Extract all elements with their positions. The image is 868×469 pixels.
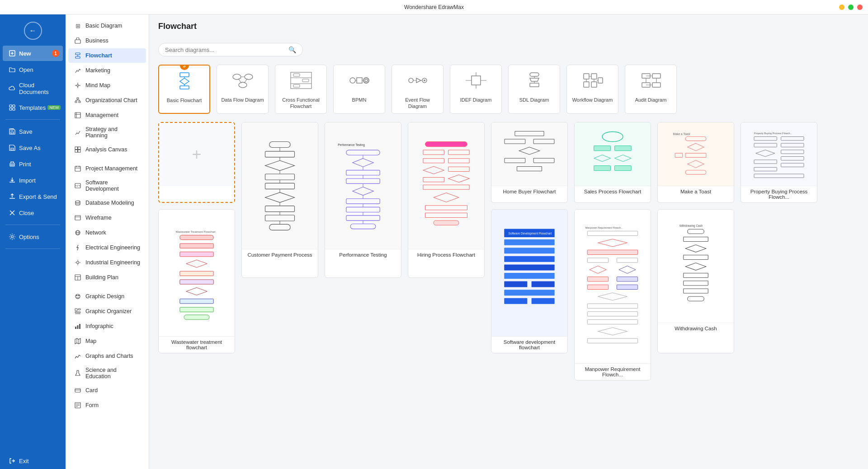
category-database[interactable]: Database Modeling xyxy=(68,196,146,210)
sidebar-item-new[interactable]: New 1 xyxy=(3,46,63,61)
category-map[interactable]: Map xyxy=(68,334,146,348)
make-toast-label: Make a Toast xyxy=(658,186,734,197)
sidebar-item-save[interactable]: Save xyxy=(3,124,63,139)
type-card-cross-functional[interactable]: Cross Functional Flowchart xyxy=(275,65,327,114)
svg-point-79 xyxy=(245,74,253,80)
category-card-label: Card xyxy=(85,387,98,394)
category-graphs[interactable]: Graphs and Charts xyxy=(68,349,146,363)
basic-flowchart-label: Basic Flowchart xyxy=(167,97,202,103)
hiring-process-card[interactable]: Hiring Process Flowchart xyxy=(408,122,485,278)
graphic-design-icon xyxy=(74,292,82,300)
category-science[interactable]: Science and Education xyxy=(68,364,146,383)
svg-rect-201 xyxy=(781,136,804,140)
sidebar-item-open[interactable]: Open xyxy=(3,62,63,77)
type-card-sdl[interactable]: SDL Diagram xyxy=(508,65,560,114)
sidebar-item-cloud[interactable]: Cloud Documents xyxy=(3,78,63,99)
category-flowchart[interactable]: Flowchart xyxy=(68,48,146,63)
category-analysis[interactable]: Analysis Canvas xyxy=(68,142,146,157)
category-industrial[interactable]: Industrial Engineering xyxy=(68,255,146,270)
category-building[interactable]: Building Plan xyxy=(68,270,146,285)
category-graphic-org[interactable]: Graphic Organizer xyxy=(68,304,146,319)
sidebar-item-exit[interactable]: Exit xyxy=(3,453,63,469)
type-card-basic-flowchart[interactable]: 3 Basic Flowchart xyxy=(158,65,210,114)
sales-process-card[interactable]: Sales Process Flowchart xyxy=(574,122,651,203)
type-card-event-flow[interactable]: Event Flow Diagram xyxy=(392,65,443,114)
sidebar-item-options[interactable]: Options xyxy=(3,229,63,244)
svg-rect-184 xyxy=(517,166,542,171)
category-basic-diagram[interactable]: ⊞ Basic Diagram xyxy=(68,19,146,33)
svg-rect-137 xyxy=(269,224,290,230)
sidebar-item-templates[interactable]: Templates NEW xyxy=(3,100,63,115)
type-card-audit[interactable]: Audit Diagram xyxy=(625,65,677,114)
minimize-button[interactable] xyxy=(839,5,844,10)
type-card-workflow[interactable]: Workflow Diagram xyxy=(566,65,618,114)
manpower-img: Manpower Requirement Flowch... xyxy=(575,210,651,363)
category-marketing[interactable]: Marketing xyxy=(68,63,146,78)
svg-rect-203 xyxy=(781,143,804,147)
withdrawing-cash-card[interactable]: Withdrawing Cash Withdrawing Cash xyxy=(657,209,734,353)
category-infographic[interactable]: Infographic xyxy=(68,319,146,333)
svg-point-19 xyxy=(77,84,79,86)
bpmn-label: BPMN xyxy=(352,97,367,103)
svg-rect-37 xyxy=(78,150,81,153)
svg-rect-88 xyxy=(302,79,309,82)
svg-marker-194 xyxy=(688,143,704,151)
svg-text:Property Buying Process Flowch: Property Buying Process Flowch... xyxy=(754,132,793,135)
category-network[interactable]: Network xyxy=(68,225,146,240)
close-button[interactable] xyxy=(857,5,863,10)
svg-rect-7 xyxy=(11,132,14,134)
home-buyer-card[interactable]: Home Buyer Flowchart xyxy=(491,122,568,203)
category-management[interactable]: Management xyxy=(68,108,146,122)
workflow-label: Workflow Diagram xyxy=(572,97,613,103)
software-dev-flowchart-card[interactable]: Software Development Flowchart Software … xyxy=(491,209,568,353)
performance-testing-card[interactable]: Performance Testing xyxy=(325,122,401,278)
svg-rect-25 xyxy=(75,101,77,103)
sidebar-item-import[interactable]: Import xyxy=(3,173,63,188)
sidebar-item-close[interactable]: Close xyxy=(3,205,63,220)
svg-point-78 xyxy=(233,74,241,80)
svg-rect-102 xyxy=(472,76,481,85)
idef-diagram-icon xyxy=(465,71,487,93)
category-strategy[interactable]: Strategy and Planning xyxy=(68,123,146,142)
category-project-mgmt[interactable]: Project Management xyxy=(68,161,146,176)
category-card[interactable]: Card xyxy=(68,383,146,398)
category-software-dev[interactable]: Software Development xyxy=(68,176,146,195)
category-graphic-design[interactable]: Graphic Design xyxy=(68,289,146,304)
svg-rect-213 xyxy=(180,244,213,248)
svg-rect-17 xyxy=(75,56,80,58)
category-electrical[interactable]: Electrical Engineering xyxy=(68,240,146,255)
category-org-chart-label: Organizational Chart xyxy=(85,97,137,103)
category-wireframe[interactable]: Wireframe xyxy=(68,211,146,225)
diagram-type-row: 3 Basic Flowchart xyxy=(158,65,859,114)
type-card-bpmn[interactable]: BPMN xyxy=(333,65,385,114)
home-buyer-img xyxy=(491,122,567,186)
sidebar-item-save-as[interactable]: Save As xyxy=(3,140,63,155)
blank-new-template-card[interactable]: 4 + xyxy=(158,122,235,203)
sidebar-item-export[interactable]: Export & Send xyxy=(3,189,63,204)
sidebar-item-print[interactable]: Print xyxy=(3,156,63,172)
withdrawing-cash-label: Withdrawing Cash xyxy=(658,323,734,334)
type-card-idef[interactable]: IDEF Diagram xyxy=(450,65,502,114)
back-button[interactable]: ← xyxy=(24,22,42,40)
manpower-card[interactable]: Manpower Requirement Flowch... xyxy=(574,209,651,380)
category-mind-map[interactable]: Mind Map xyxy=(68,78,146,93)
svg-rect-24 xyxy=(77,98,79,99)
svg-rect-251 xyxy=(587,338,637,343)
export-icon xyxy=(8,192,16,201)
property-buying-card[interactable]: Property Buying Process Flowch... xyxy=(741,122,817,203)
svg-rect-249 xyxy=(587,319,637,324)
category-business[interactable]: Business xyxy=(68,33,146,48)
wastewater-card[interactable]: Wastewater Treatment Flowchart Wastewate… xyxy=(158,209,235,353)
save-as-label: Save As xyxy=(19,145,41,151)
svg-rect-87 xyxy=(293,74,300,76)
svg-rect-200 xyxy=(754,136,777,140)
make-toast-card[interactable]: Make a Toast Make a Toast xyxy=(657,122,734,203)
search-input[interactable] xyxy=(165,47,288,53)
category-org-chart[interactable]: Organizational Chart xyxy=(68,93,146,108)
category-analysis-label: Analysis Canvas xyxy=(85,146,127,153)
category-form[interactable]: Form xyxy=(68,398,146,413)
type-card-data-flow[interactable]: Data Flow Diagram xyxy=(217,65,269,114)
svg-rect-198 xyxy=(685,170,706,174)
maximize-button[interactable] xyxy=(848,5,854,10)
customer-payment-card[interactable]: Customer Payment Process xyxy=(241,122,318,278)
